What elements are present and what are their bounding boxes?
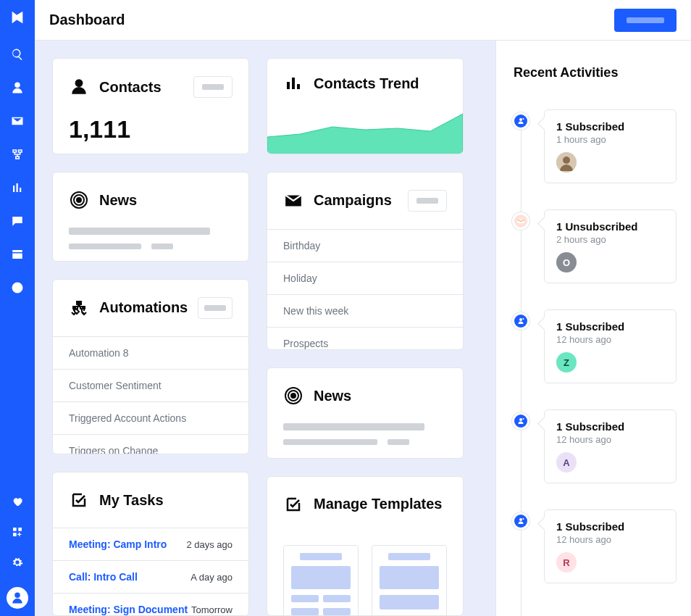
- sidebar-nav: [11, 48, 24, 297]
- task-when: A day ago: [190, 572, 233, 583]
- reports-icon[interactable]: [11, 281, 24, 297]
- templates-preview: [267, 532, 463, 616]
- dashboard-columns: Contacts 1,111 News: [35, 41, 495, 616]
- activity-title: 1 Subscribed: [556, 520, 664, 533]
- news-placeholder: [53, 228, 248, 261]
- activity-item[interactable]: 1 Subscribed12 hours agoR: [512, 509, 677, 583]
- tasks-card[interactable]: My Tasks Meeting: Camp Intro2 days ago C…: [52, 472, 249, 616]
- campaign-row[interactable]: Birthday: [267, 229, 463, 262]
- svg-rect-7: [292, 78, 295, 89]
- contacts-options-button[interactable]: [193, 76, 233, 98]
- templates-card[interactable]: Manage Templates: [267, 476, 464, 616]
- activity-bubble: 1 Subscribed12 hours agoZ: [544, 309, 677, 383]
- activity-time: 12 hours ago: [556, 334, 664, 345]
- subscribe-icon: [512, 412, 529, 430]
- activities-title: Recent Activities: [514, 65, 677, 80]
- activity-avatar[interactable]: O: [556, 252, 577, 272]
- activity-item[interactable]: 1 Subscribed12 hours agoZ: [512, 309, 677, 383]
- column-left: Contacts 1,111 News: [52, 58, 249, 616]
- mail-icon[interactable]: [11, 115, 24, 130]
- activity-avatar[interactable]: Z: [556, 352, 577, 372]
- activity-item[interactable]: 1 Subscribed1 hours ago: [512, 109, 677, 183]
- task-row[interactable]: Meeting: Sign DocumentTomorrow: [53, 593, 248, 616]
- news-title: News: [99, 192, 233, 209]
- campaign-row[interactable]: Prospects: [267, 327, 463, 351]
- automation-row[interactable]: Triggered Account Actions: [53, 401, 248, 434]
- deals-icon[interactable]: [11, 181, 24, 197]
- settings-icon[interactable]: [12, 557, 23, 571]
- svg-point-0: [77, 198, 81, 202]
- task-row[interactable]: Meeting: Camp Intro2 days ago: [53, 528, 248, 560]
- contacts-trend-card[interactable]: Contacts Trend: [267, 58, 464, 154]
- svg-rect-3: [77, 301, 81, 304]
- check-icon: [283, 494, 303, 515]
- task-row[interactable]: Call: Intro CallA day ago: [53, 560, 248, 593]
- chat-icon[interactable]: [11, 215, 24, 230]
- contact-icon: [69, 77, 89, 97]
- svg-rect-6: [287, 82, 290, 89]
- content: Contacts 1,111 News: [35, 41, 691, 616]
- news2-title: News: [314, 388, 447, 404]
- campaigns-card[interactable]: Campaigns Birthday Holiday New this week…: [267, 172, 464, 351]
- automation-row[interactable]: Customer Sentiment: [53, 369, 248, 401]
- subscribe-icon: [512, 112, 529, 130]
- contacts-card[interactable]: Contacts 1,111: [52, 58, 249, 154]
- automation-row[interactable]: Automation 8: [53, 336, 248, 369]
- trend-chart: [267, 108, 463, 154]
- templates-title: Manage Templates: [314, 496, 447, 512]
- search-icon[interactable]: [11, 48, 24, 64]
- user-avatar[interactable]: [7, 587, 28, 609]
- campaign-row[interactable]: Holiday: [267, 262, 463, 294]
- news2-placeholder: [267, 423, 463, 458]
- site-icon[interactable]: [11, 248, 24, 264]
- automations-card[interactable]: Automations Automation 8 Customer Sentim…: [52, 279, 249, 455]
- activity-item[interactable]: 1 Unsubscribed2 hours agoO: [512, 209, 677, 283]
- task-link[interactable]: Meeting: Camp Intro: [69, 538, 167, 550]
- automations-options-button[interactable]: [198, 297, 233, 319]
- activity-avatar[interactable]: [556, 152, 577, 172]
- svg-rect-8: [297, 84, 300, 89]
- activity-time: 12 hours ago: [556, 534, 664, 545]
- activity-bubble: 1 Subscribed12 hours agoA: [544, 409, 677, 483]
- task-link[interactable]: Meeting: Sign Document: [69, 604, 188, 615]
- bars-icon: [283, 73, 303, 93]
- activity-avatar[interactable]: R: [556, 552, 577, 573]
- app-logo-icon[interactable]: [0, 0, 35, 35]
- broadcast-icon: [283, 386, 303, 406]
- news-card[interactable]: News: [52, 172, 249, 261]
- tasks-title: My Tasks: [99, 492, 233, 509]
- template-thumb[interactable]: [372, 545, 447, 616]
- recent-activities-panel: Recent Activities 1 Subscribed1 hours ag…: [495, 41, 691, 616]
- heart-icon[interactable]: [12, 496, 23, 510]
- automation-row[interactable]: Triggers on Change: [53, 434, 248, 455]
- subscribe-icon: [512, 512, 529, 530]
- envelope-icon: [283, 191, 303, 211]
- activity-title: 1 Subscribed: [556, 420, 664, 433]
- campaign-row[interactable]: New this week: [267, 294, 463, 327]
- template-thumb[interactable]: [283, 545, 359, 616]
- news-card-2[interactable]: News: [267, 367, 464, 458]
- svg-point-13: [563, 157, 570, 164]
- automation-icon[interactable]: [11, 148, 24, 164]
- sidebar: [0, 0, 35, 616]
- svg-point-9: [291, 394, 296, 398]
- column-right: Contacts Trend Campaigns Birthday Holida…: [267, 58, 464, 616]
- contacts-title: Contacts: [99, 79, 183, 96]
- task-when: 2 days ago: [186, 539, 233, 550]
- contact-icon[interactable]: [11, 81, 24, 97]
- task-link[interactable]: Call: Intro Call: [69, 571, 138, 583]
- activity-title: 1 Subscribed: [556, 120, 664, 133]
- header-cta-button[interactable]: [614, 9, 677, 32]
- apps-icon[interactable]: [12, 526, 23, 541]
- activity-avatar[interactable]: A: [556, 452, 577, 473]
- trend-title: Contacts Trend: [314, 75, 447, 92]
- activity-item[interactable]: 1 Subscribed12 hours agoA: [512, 409, 677, 483]
- activity-bubble: 1 Subscribed1 hours ago: [544, 109, 677, 183]
- automations-title: Automations: [99, 299, 188, 316]
- flow-icon: [69, 298, 89, 318]
- activity-title: 1 Subscribed: [556, 320, 664, 333]
- activity-time: 12 hours ago: [556, 434, 664, 445]
- activity-title: 1 Unsubscribed: [556, 220, 664, 233]
- topbar: Dashboard: [35, 0, 691, 41]
- campaigns-options-button[interactable]: [408, 190, 447, 212]
